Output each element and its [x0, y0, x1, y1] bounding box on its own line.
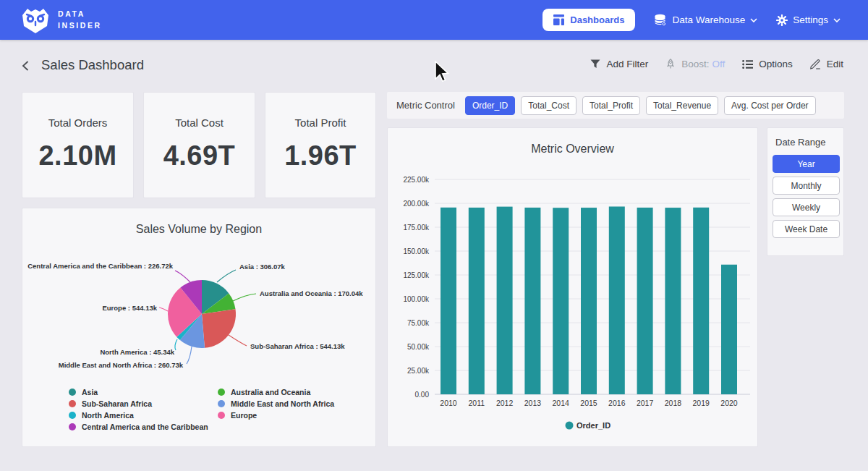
date-range-year-button[interactable]: Year	[773, 155, 840, 173]
database-icon	[654, 14, 667, 27]
bar-chart-legend[interactable]: Order_ID	[566, 421, 611, 430]
data-warehouse-label: Data Warehouse	[672, 14, 745, 25]
data-warehouse-menu[interactable]: Data Warehouse	[654, 14, 757, 27]
y-tick-label: 175.00k	[403, 224, 430, 232]
metric-button-total-profit[interactable]: Total_Profit	[582, 96, 640, 115]
back-button[interactable]	[19, 59, 33, 74]
metric-button-order-id[interactable]: Order_ID	[465, 96, 515, 115]
edit-label: Edit	[827, 59, 843, 69]
legend-item-europe[interactable]: Europe	[218, 411, 334, 420]
sales-volume-by-region-card: Sales Volume by Region Asia : 306.07kAus…	[22, 208, 376, 447]
bar-2018[interactable]	[665, 208, 681, 394]
metric-control-label: Metric Control	[396, 100, 455, 111]
top-navbar: DATA INSIDER Dashboards Data Warehouse	[0, 0, 868, 40]
options-button[interactable]: Options	[742, 59, 793, 69]
y-tick-label: 100.00k	[403, 295, 430, 303]
bar-2010[interactable]	[441, 208, 456, 394]
y-tick-label: 0.00	[415, 391, 430, 399]
bar-2017[interactable]	[637, 208, 653, 394]
bar-2019[interactable]	[693, 208, 709, 394]
settings-label: Settings	[793, 14, 828, 25]
legend-item-middle-east-and-north-africa[interactable]: Middle East and North Africa	[218, 399, 334, 408]
bar-2014[interactable]	[553, 208, 569, 394]
pie-slice-label: Middle East and North Africa : 260.73k	[59, 361, 184, 369]
pie-slice-label: Central America and the Caribbean : 226.…	[27, 262, 174, 270]
gear-icon	[776, 14, 788, 26]
x-tick-label: 2014	[553, 399, 570, 407]
kpi-card-total-orders: Total Orders 2.10M	[22, 92, 134, 198]
pie-label-line	[229, 335, 247, 346]
x-tick-label: 2017	[637, 399, 654, 407]
bar-2013[interactable]	[524, 208, 540, 394]
metric-button-total-cost[interactable]: Total_Cost	[521, 96, 576, 115]
legend-dot	[69, 400, 76, 407]
bar-2020[interactable]	[721, 265, 737, 394]
legend-item-north-america[interactable]: North America	[69, 411, 210, 420]
date-range-panel: Date Range Year Monthly Weekly Week Date	[767, 127, 844, 256]
metric-overview-card: Metric Overview 0.0025.00k50.00k75.00k10…	[387, 127, 758, 447]
metric-button-avg-cost-per-order[interactable]: Avg. Cost per Order	[724, 96, 816, 115]
date-range-monthly-button[interactable]: Monthly	[773, 177, 840, 195]
pie-slice-label: Sub-Saharan Africa : 544.13k	[250, 342, 345, 350]
legend-item-sub-saharan-africa[interactable]: Sub-Saharan Africa	[69, 399, 210, 408]
date-range-label: Date Range	[775, 137, 838, 148]
legend-dot	[218, 400, 225, 407]
boost-state: Off	[712, 59, 725, 69]
x-tick-label: 2012	[496, 399, 514, 407]
pie-slice-label: Europe : 544.13k	[102, 304, 157, 312]
bar-2011[interactable]	[469, 208, 485, 394]
y-tick-label: 75.00k	[407, 319, 430, 327]
legend-item-asia[interactable]: Asia	[69, 388, 210, 396]
brand-logo[interactable]: DATA INSIDER	[20, 7, 102, 34]
date-range-weekly-button[interactable]: Weekly	[773, 198, 840, 216]
bar-2016[interactable]	[609, 206, 625, 394]
pie-chart-title: Sales Volume by Region	[22, 208, 375, 236]
x-tick-label: 2011	[469, 399, 485, 407]
bar-2012[interactable]	[497, 207, 513, 394]
pencil-edit-icon	[810, 59, 821, 69]
x-tick-label: 2010	[440, 399, 457, 407]
pie-legend: Asia Australia and Oceania Sub-Saharan A…	[69, 388, 334, 431]
settings-menu[interactable]: Settings	[776, 14, 841, 26]
chevron-down-icon	[750, 18, 757, 22]
filter-funnel-icon	[590, 59, 600, 69]
options-label: Options	[759, 59, 793, 69]
metric-button-total-revenue[interactable]: Total_Revenue	[646, 96, 718, 115]
x-tick-label: 2018	[665, 399, 682, 407]
pie-label-line	[187, 347, 192, 364]
x-tick-label: 2013	[524, 399, 542, 407]
pie-chart: Asia : 306.07kAustralia and Oceania : 17…	[22, 241, 377, 386]
legend-dot	[218, 412, 225, 419]
kpi-value: 4.69T	[144, 140, 255, 171]
owl-logo-icon	[20, 7, 51, 34]
pie-slice-label: Australia and Oceania : 170.04k	[260, 289, 363, 297]
list-options-icon	[742, 59, 753, 69]
page-header: Sales Dashboard Add Filter Boost: Off	[0, 40, 868, 85]
add-filter-button[interactable]: Add Filter	[590, 59, 648, 69]
pie-slice-label: Asia : 306.07k	[239, 263, 286, 271]
edit-button[interactable]: Edit	[810, 59, 843, 69]
y-tick-label: 200.00k	[403, 200, 430, 208]
pie-label-line	[217, 270, 236, 282]
legend-dot	[218, 389, 225, 396]
dashboards-button[interactable]: Dashboards	[542, 9, 635, 31]
legend-dot	[566, 422, 574, 430]
bar-chart: 0.0025.00k50.00k75.00k100.00k125.00k150.…	[390, 163, 755, 446]
legend-item-australia-and-oceania[interactable]: Australia and Oceania	[218, 388, 334, 396]
legend-dot	[69, 389, 76, 396]
pie-label-line	[175, 271, 190, 282]
x-tick-label: 2019	[693, 399, 710, 407]
kpi-value: 1.96T	[265, 140, 375, 171]
boost-toggle[interactable]: Boost: Off	[665, 59, 725, 69]
kpi-card-total-cost: Total Cost 4.69T	[143, 92, 255, 198]
y-tick-label: 50.00k	[407, 343, 430, 351]
legend-item-central-america-and-the-caribbean[interactable]: Central America and the Caribbean	[69, 423, 210, 431]
pie-label-line	[175, 339, 177, 350]
pie-slice-sub-saharan-africa[interactable]	[202, 309, 236, 348]
y-tick-label: 25.00k	[407, 367, 430, 375]
date-range-week-date-button[interactable]: Week Date	[773, 220, 840, 238]
pie-slice-label: North America : 45.34k	[100, 348, 174, 356]
bar-2015[interactable]	[581, 208, 597, 394]
kpi-card-total-profit: Total Profit 1.96T	[265, 92, 376, 198]
legend-dot	[69, 423, 76, 430]
